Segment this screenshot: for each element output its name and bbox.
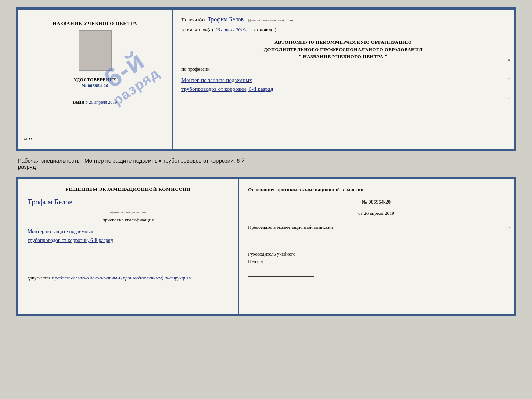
deco-line-1 <box>507 25 512 25</box>
qual-line1: Монтер по защите подземных <box>181 76 505 85</box>
predsedatel-sign-line <box>248 232 314 242</box>
prisvoena-text: присвоена квалификация <box>28 217 229 223</box>
blank-lines <box>28 251 229 268</box>
dopuskaetsya-text: работе согласно должностным (производств… <box>55 275 191 281</box>
deco-text-lt: ← <box>507 96 513 99</box>
org-line2: ДОПОЛНИТЕЛЬНОГО ПРОФЕССИОНАЛЬНОГО ОБРАЗО… <box>181 46 505 53</box>
middle-label-line2: разряд <box>18 164 516 170</box>
vydano-label: Выдано <box>73 100 88 105</box>
cert-bottom-left: Решением экзаменационной комиссии Трофим… <box>18 179 239 314</box>
ot-date-block: от 26 апреля 2019 <box>248 210 504 216</box>
protocol-num: № 006954-20 <box>248 199 504 205</box>
mp-label: М.П. <box>24 136 33 142</box>
osnov-title: Основание: протокол экзаменационной коми… <box>248 186 504 193</box>
rukov-title-line2: Центра <box>248 258 504 265</box>
udost-title: УДОСТОВЕРЕНИЕ <box>74 77 116 83</box>
stamp-text-line2: разряд <box>110 65 162 108</box>
deco-line-4 <box>507 133 512 133</box>
deco-v-и: и <box>508 227 511 228</box>
bottom-certificate: Решением экзаменационной комиссии Трофим… <box>16 177 516 316</box>
decision-title: Решением экзаменационной комиссии <box>28 186 229 193</box>
blank-line-2 <box>28 262 229 268</box>
qual-line2: трубопроводов от коррозии, 6-й разряд <box>181 85 505 93</box>
bottom-qual-line2: трубопроводов от коррозии, 6-й разряд <box>28 236 229 245</box>
ot-label: от <box>358 210 363 216</box>
recipient-name: Трофим Белов <box>208 16 244 23</box>
deco-text-и: и <box>507 59 513 61</box>
bottom-qual-block: Монтер по защите подземных трубопроводов… <box>28 227 229 245</box>
deco-v-lt: ← <box>508 263 511 266</box>
deco-h-2 <box>507 210 512 210</box>
cert-top-left: НАЗВАНИЕ УЧЕБНОГО ЦЕНТРА 6-й разряд УДОС… <box>18 10 173 149</box>
top-certificate: НАЗВАНИЕ УЧЕБНОГО ЦЕНТРА 6-й разряд УДОС… <box>16 7 516 151</box>
middle-label-line1: Рабочая специальность - Монтер по защите… <box>18 157 516 164</box>
rukov-block: Руководитель учебного Центра <box>248 250 504 277</box>
udost-block: УДОСТОВЕРЕНИЕ № 006954-20 <box>74 77 116 89</box>
deco-line-2 <box>507 42 512 42</box>
qualification-block: Монтер по защите подземных трубопроводов… <box>181 76 505 93</box>
okonchil-label: окончил(а) <box>254 27 276 33</box>
org-line1: АВТОНОМНУЮ НЕКОММЕРЧЕСКУЮ ОРГАНИЗАЦИЮ <box>181 39 505 46</box>
poluchil-line: Получил(а) Трофим Белов (фамилия, имя, о… <box>181 16 505 23</box>
vydano-date: 26 апреля 2019 <box>89 100 117 105</box>
poluchil-label: Получил(а) <box>181 17 205 23</box>
predsedatel-title: Председатель экзаменационной комиссии <box>248 224 504 231</box>
bottom-qual-line1: Монтер по защите подземных <box>28 227 229 236</box>
rukov-title-line1: Руководитель учебного <box>248 250 504 258</box>
org-block: АВТОНОМНУЮ НЕКОММЕРЧЕСКУЮ ОРГАНИЗАЦИЮ ДО… <box>181 39 505 60</box>
deco-v-а: а <box>508 245 511 246</box>
cert-bottom-right: Основание: протокол экзаменационной коми… <box>239 179 514 314</box>
deco-line-3 <box>507 116 512 116</box>
fio-small-label: (фамилия, имя, отчество) <box>248 18 284 22</box>
vtom-date: 26 апреля 2019г. <box>215 27 248 33</box>
predsedatel-block: Председатель экзаменационной комиссии <box>248 224 504 243</box>
vtom-label: в том, что он(а) <box>181 27 213 33</box>
rukov-sign-line <box>248 266 314 277</box>
ot-date: 26 апреля 2019 <box>364 210 394 216</box>
right-deco-lines: и а ← <box>506 10 514 149</box>
middle-label-block: Рабочая специальность - Монтер по защите… <box>16 157 516 170</box>
bottom-right-deco: и а ← <box>506 179 514 314</box>
vtom-line: в том, что он(а) 26 апреля 2019г. окончи… <box>181 27 505 33</box>
deco-h-1 <box>507 193 512 193</box>
blank-line-1 <box>28 251 229 257</box>
deco-h-4 <box>507 300 512 300</box>
cert-top-right: Получил(а) Трофим Белов (фамилия, имя, о… <box>173 10 514 149</box>
po-professii-label: по профессии <box>181 66 505 72</box>
udost-num: № 006954-20 <box>74 83 116 89</box>
photo-area <box>79 30 112 71</box>
dash1: – <box>290 17 293 23</box>
bottom-fio-small: (фамилия, имя, отчество) <box>28 210 229 214</box>
vydano-block: Выдано 26 апреля 2019 <box>73 100 117 105</box>
deco-text-а: а <box>507 77 513 79</box>
org-line3: " НАЗВАНИЕ УЧЕБНОГО ЦЕНТРА " <box>181 53 505 60</box>
dopuskaetsya-block: допускается к работе согласно должностны… <box>28 275 229 281</box>
bottom-recipient-name: Трофим Белов <box>28 198 73 206</box>
deco-h-3 <box>507 283 512 283</box>
name-hand-block: Трофим Белов <box>28 198 229 207</box>
center-name-header: НАЗВАНИЕ УЧЕБНОГО ЦЕНТРА <box>53 21 137 26</box>
dopuskaetsya-prefix: допускается к <box>28 275 54 281</box>
